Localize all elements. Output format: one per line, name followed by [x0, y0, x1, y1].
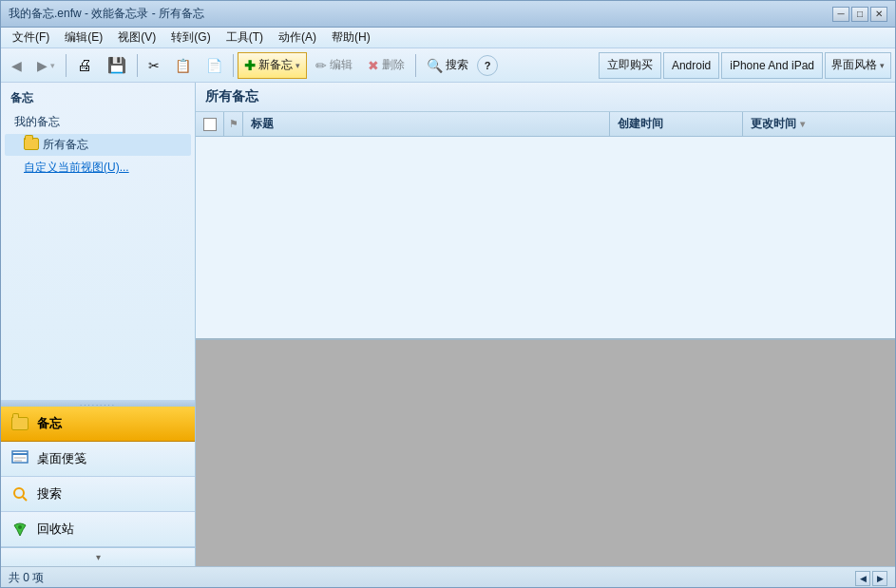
separator-2 [137, 54, 138, 77]
status-text: 共 0 项 [9, 570, 44, 586]
col-modified-label: 更改时间 [751, 116, 796, 132]
nav-item-desktop-notes[interactable]: 桌面便笺 [1, 442, 195, 477]
menu-goto[interactable]: 转到(G) [163, 28, 218, 47]
custom-view-label: 自定义当前视图(U)... [24, 161, 129, 174]
sort-icon: ▾ [800, 119, 805, 129]
delete-button[interactable]: ✖ 删除 [361, 52, 411, 79]
search-label: 搜索 [446, 57, 468, 73]
flag-icon: ⚑ [229, 118, 238, 130]
save-icon: 💾 [107, 56, 126, 74]
nav-notes-label: 备忘 [37, 415, 62, 432]
title-text: 我的备忘.enfw - 效能备忘录 - 所有备忘 [9, 6, 204, 22]
svg-line-5 [23, 497, 27, 501]
menu-file[interactable]: 文件(F) [5, 28, 57, 47]
preview-pane [196, 338, 895, 566]
edit-icon: ✏ [315, 58, 327, 73]
sidebar-all-notes[interactable]: 所有备忘 [5, 134, 191, 156]
print-icon: 🖨 [77, 57, 92, 74]
edit-button[interactable]: ✏ 编辑 [309, 52, 359, 79]
delete-icon: ✖ [368, 58, 379, 73]
back-button[interactable]: ◀ [5, 52, 29, 79]
nav-item-notes[interactable]: 备忘 [1, 407, 195, 442]
android-button[interactable]: Android [663, 52, 719, 79]
search-icon: 🔍 [427, 58, 443, 73]
back-icon: ◀ [11, 58, 22, 73]
menu-help[interactable]: 帮助(H) [324, 28, 378, 47]
new-note-label: 新备忘 [258, 57, 293, 73]
style-dropdown-button[interactable]: 界面风格 ▾ [825, 52, 891, 79]
svg-point-4 [14, 488, 24, 498]
col-modified-header[interactable]: 更改时间 ▾ [743, 112, 895, 136]
desktop-notes-icon [10, 449, 29, 468]
col-checkbox [196, 112, 224, 136]
nav-item-search[interactable]: 搜索 [1, 477, 195, 512]
status-right-controls: ◀ ▶ [855, 571, 887, 586]
svg-rect-1 [12, 453, 28, 455]
separator-3 [233, 54, 234, 77]
cut-icon: ✂ [148, 58, 160, 73]
save-button[interactable]: 💾 [101, 52, 133, 79]
nav-collapse-arrow[interactable]: ▾ [1, 547, 195, 566]
col-flag: ⚑ [224, 112, 243, 136]
separator-4 [415, 54, 416, 77]
table-body [196, 137, 895, 327]
col-created-header[interactable]: 创建时间 [610, 112, 743, 136]
col-title-header[interactable]: 标题 [243, 112, 610, 136]
menu-view[interactable]: 视图(V) [110, 28, 163, 47]
content-area: 所有备忘 ⚑ 标题 创建时间 更改时间 ▾ [196, 83, 895, 566]
menu-action[interactable]: 动作(A) [271, 28, 324, 47]
title-bar: 我的备忘.enfw - 效能备忘录 - 所有备忘 ─ □ ✕ [1, 1, 895, 28]
notes-table: ⚑ 标题 创建时间 更改时间 ▾ [196, 112, 895, 338]
buy-label: 立即购买 [607, 57, 653, 73]
new-dropdown-arrow: ▾ [295, 61, 300, 70]
all-notes-label: 所有备忘 [43, 137, 88, 153]
delete-label: 删除 [382, 57, 405, 73]
nav-trash-label: 回收站 [37, 521, 74, 538]
help-icon: ? [485, 60, 491, 71]
sidebar-custom-view[interactable]: 自定义当前视图(U)... [5, 156, 191, 180]
cut-button[interactable]: ✂ [142, 52, 166, 79]
copy-icon: 📋 [175, 58, 191, 73]
paste-button[interactable]: 📄 [200, 52, 229, 79]
forward-icon: ▶ [37, 58, 48, 73]
sidebar-tree: 备忘 我的备忘 所有备忘 自定义当前视图(U)... [1, 83, 195, 400]
collapse-icon: ▾ [96, 552, 101, 562]
style-dropdown-arrow: ▾ [880, 61, 885, 70]
nav-item-trash[interactable]: 回收站 [1, 512, 195, 547]
edit-label: 编辑 [330, 57, 353, 73]
header-checkbox[interactable] [203, 118, 217, 131]
minimize-button[interactable]: ─ [832, 7, 849, 22]
sidebar: 备忘 我的备忘 所有备忘 自定义当前视图(U)... ......... [1, 83, 196, 566]
new-note-button[interactable]: ✚ 新备忘 ▾ [238, 52, 307, 79]
col-created-label: 创建时间 [618, 116, 663, 132]
iphone-label: iPhone And iPad [730, 59, 814, 72]
sidebar-nav: 备忘 桌面便笺 [1, 406, 195, 566]
android-label: Android [672, 59, 711, 72]
search-nav-icon [10, 484, 29, 503]
content-header: 所有备忘 [196, 83, 895, 112]
nav-search-label: 搜索 [37, 485, 62, 503]
folder-icon [24, 138, 39, 153]
window-controls: ─ □ ✕ [832, 7, 887, 22]
notes-nav-icon [10, 414, 29, 433]
plus-icon: ✚ [244, 58, 256, 73]
table-header: ⚑ 标题 创建时间 更改时间 ▾ [196, 112, 895, 137]
trash-nav-icon [10, 520, 29, 539]
buy-button[interactable]: 立即购买 [599, 52, 661, 79]
menu-tools[interactable]: 工具(T) [219, 28, 271, 47]
copy-button[interactable]: 📋 [168, 52, 198, 79]
sidebar-my-notes: 我的备忘 [5, 110, 191, 134]
iphone-ipad-button[interactable]: iPhone And iPad [721, 52, 823, 79]
paste-icon: 📄 [206, 58, 222, 73]
menu-edit[interactable]: 编辑(E) [57, 28, 110, 47]
svg-point-6 [18, 525, 22, 529]
status-btn-left[interactable]: ◀ [855, 571, 870, 586]
separator-1 [66, 54, 67, 77]
print-button[interactable]: 🖨 [70, 52, 99, 79]
maximize-button[interactable]: □ [851, 7, 868, 22]
status-btn-right[interactable]: ▶ [872, 571, 887, 586]
forward-button[interactable]: ▶ ▾ [30, 52, 62, 79]
search-button[interactable]: 🔍 搜索 [420, 52, 475, 79]
help-button[interactable]: ? [477, 55, 498, 76]
close-button[interactable]: ✕ [870, 7, 887, 22]
